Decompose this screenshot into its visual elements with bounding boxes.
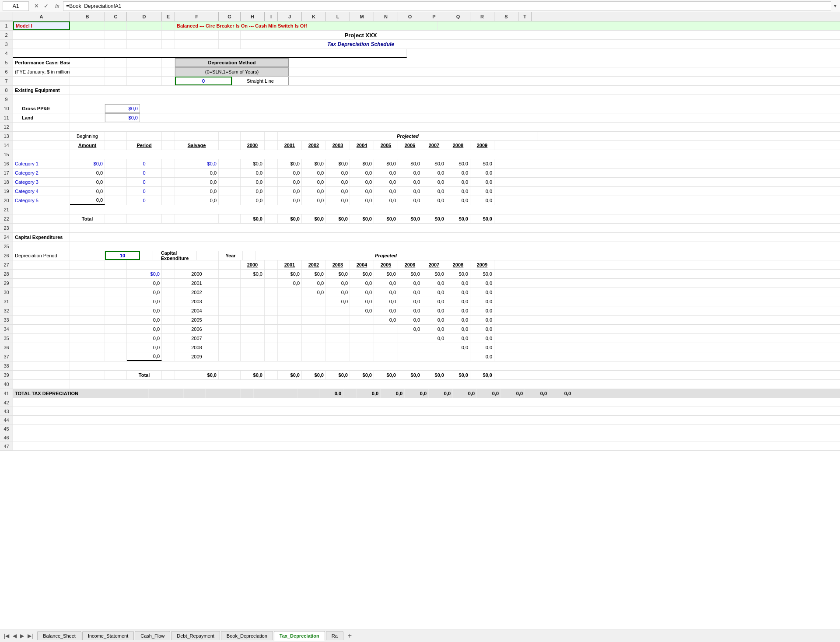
capex-r10-v3[interactable] bbox=[326, 352, 350, 361]
capex-r4-v9[interactable]: 0,0 bbox=[470, 297, 494, 306]
cat2-v9[interactable]: 0,0 bbox=[470, 168, 494, 177]
cat4-name[interactable]: Category 4 bbox=[13, 187, 70, 196]
cell-i30[interactable] bbox=[265, 288, 278, 297]
capex-r9-v5[interactable] bbox=[374, 343, 398, 352]
capex-r7-year[interactable]: 2006 bbox=[175, 325, 219, 333]
capex-r10-v7[interactable] bbox=[422, 352, 446, 361]
capex-r10-v9[interactable]: 0,0 bbox=[470, 352, 494, 361]
capex-r8-year[interactable]: 2007 bbox=[175, 334, 219, 343]
cell-i18[interactable] bbox=[265, 178, 278, 186]
cell-a1[interactable]: Model I bbox=[13, 21, 70, 30]
cell-a32[interactable] bbox=[13, 306, 70, 315]
cell-g16[interactable] bbox=[219, 159, 241, 168]
capex-r3-v7[interactable]: 0,0 bbox=[422, 288, 446, 297]
cell-a40[interactable] bbox=[13, 380, 70, 389]
capex-r9-v7[interactable] bbox=[422, 343, 446, 352]
cell-c30[interactable] bbox=[105, 288, 127, 297]
capex-r8-v1[interactable] bbox=[278, 334, 302, 343]
cat1-name[interactable]: Category 1 bbox=[13, 159, 70, 168]
tab-next-btn[interactable]: ▶ bbox=[19, 632, 25, 640]
col-header-e[interactable]: E bbox=[162, 12, 175, 21]
cell-b11[interactable] bbox=[70, 113, 105, 122]
cell-e31[interactable] bbox=[162, 297, 175, 306]
confirm-icon[interactable]: ✓ bbox=[42, 3, 50, 9]
cell-i17[interactable] bbox=[265, 168, 278, 177]
capex-r5-v1[interactable] bbox=[278, 306, 302, 315]
cell-i31[interactable] bbox=[265, 297, 278, 306]
cell-e34[interactable] bbox=[162, 325, 175, 333]
cell-e29[interactable] bbox=[162, 279, 175, 288]
cell-g20[interactable] bbox=[219, 196, 241, 205]
cell-b10[interactable] bbox=[70, 104, 105, 113]
cat5-period[interactable]: 0 bbox=[127, 196, 162, 205]
capex-r6-v8[interactable]: 0,0 bbox=[446, 316, 470, 324]
cell-c34[interactable] bbox=[105, 325, 127, 333]
cell-e26[interactable] bbox=[140, 251, 153, 260]
capex-r3-year[interactable]: 2002 bbox=[175, 288, 219, 297]
capex-r6-v6[interactable]: 0,0 bbox=[398, 316, 422, 324]
tab-balance-sheet[interactable]: Balance_Sheet bbox=[37, 631, 81, 640]
capex-r8-v7[interactable]: 0,0 bbox=[422, 334, 446, 343]
cell-a8[interactable]: Existing Equipment bbox=[13, 86, 70, 95]
cat3-v9[interactable]: 0,0 bbox=[470, 178, 494, 186]
cat3-v6[interactable]: 0,0 bbox=[398, 178, 422, 186]
cat1-v8[interactable]: $0,0 bbox=[446, 159, 470, 168]
capex-r9-v0[interactable] bbox=[241, 343, 265, 352]
cell-g2[interactable] bbox=[219, 31, 241, 39]
col-header-h[interactable]: H bbox=[241, 12, 265, 21]
cell-c32[interactable] bbox=[105, 306, 127, 315]
cat4-period[interactable]: 0 bbox=[127, 187, 162, 196]
cat1-salvage[interactable]: $0,0 bbox=[175, 159, 219, 168]
cell-e16[interactable] bbox=[162, 159, 175, 168]
cat3-v5[interactable]: 0,0 bbox=[374, 178, 398, 186]
tab-book-depreciation[interactable]: Book_Depreciation bbox=[221, 631, 273, 640]
cat3-v3[interactable]: 0,0 bbox=[326, 178, 350, 186]
capex-r6-amount[interactable]: 0,0 bbox=[127, 316, 162, 324]
cell-b31[interactable] bbox=[70, 297, 105, 306]
cell-a31[interactable] bbox=[13, 297, 70, 306]
cat3-v8[interactable]: 0,0 bbox=[446, 178, 470, 186]
cat2-salvage[interactable]: 0,0 bbox=[175, 168, 219, 177]
capex-r7-amount[interactable]: 0,0 bbox=[127, 325, 162, 333]
cat2-v4[interactable]: 0,0 bbox=[350, 168, 374, 177]
cat5-v3[interactable]: 0,0 bbox=[326, 196, 350, 205]
cat5-v4[interactable]: 0,0 bbox=[350, 196, 374, 205]
cat1-v0[interactable]: $0,0 bbox=[241, 159, 265, 168]
col-header-b[interactable]: B bbox=[70, 12, 105, 21]
capex-r9-year[interactable]: 2008 bbox=[175, 343, 219, 352]
gross-ppe-value[interactable]: $0,0 bbox=[105, 104, 140, 113]
cat3-v1[interactable]: 0,0 bbox=[278, 178, 302, 186]
tab-ra[interactable]: Ra bbox=[326, 631, 343, 640]
cell-b5[interactable] bbox=[70, 58, 105, 67]
cell-b26[interactable] bbox=[70, 251, 105, 260]
cell-g18[interactable] bbox=[219, 178, 241, 186]
cat5-v6[interactable]: 0,0 bbox=[398, 196, 422, 205]
capex-r4-v2[interactable] bbox=[302, 297, 326, 306]
capex-r8-v2[interactable] bbox=[302, 334, 326, 343]
cat2-v3[interactable]: 0,0 bbox=[326, 168, 350, 177]
cell-i32[interactable] bbox=[265, 306, 278, 315]
cell-a33[interactable] bbox=[13, 316, 70, 324]
dep-period-value[interactable]: 10 bbox=[105, 251, 140, 260]
col-header-p[interactable]: P bbox=[422, 12, 446, 21]
capex-r8-v5[interactable] bbox=[374, 334, 398, 343]
cell-e28[interactable] bbox=[162, 270, 175, 278]
capex-r6-v5[interactable]: 0,0 bbox=[374, 316, 398, 324]
cell-c29[interactable] bbox=[105, 279, 127, 288]
capex-r2-year[interactable]: 2001 bbox=[175, 279, 219, 288]
cell-i36[interactable] bbox=[265, 343, 278, 352]
capex-r10-amount[interactable]: 0,0 bbox=[127, 352, 162, 361]
cat3-salvage[interactable]: 0,0 bbox=[175, 178, 219, 186]
tab-first-btn[interactable]: |◀ bbox=[3, 632, 10, 640]
cell-c5[interactable] bbox=[105, 58, 127, 67]
cell-a2[interactable] bbox=[13, 31, 70, 39]
tab-last-btn[interactable]: ▶| bbox=[26, 632, 34, 640]
cell-g31[interactable] bbox=[219, 297, 241, 306]
capex-r3-v3[interactable]: 0,0 bbox=[326, 288, 350, 297]
capex-r6-v2[interactable] bbox=[302, 316, 326, 324]
capex-r8-v9[interactable]: 0,0 bbox=[470, 334, 494, 343]
col-header-o[interactable]: O bbox=[398, 12, 422, 21]
tab-income-statement[interactable]: Income_Statement bbox=[82, 631, 134, 640]
cat5-v9[interactable]: 0,0 bbox=[470, 196, 494, 205]
cell-a9[interactable] bbox=[13, 95, 70, 104]
